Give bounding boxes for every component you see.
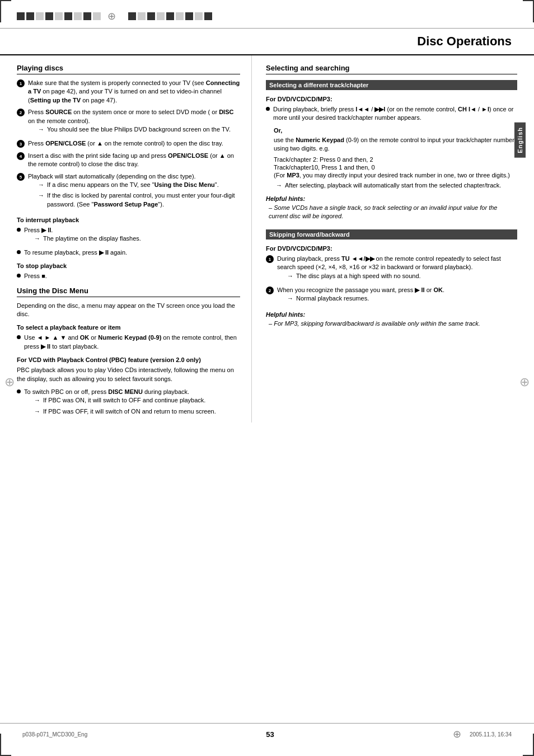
pattern-block [36,12,44,20]
list-item: 1 During playback, press TU ◄◄/▶▶ on the… [266,255,517,283]
pattern-block [45,12,53,20]
bullet-content: During playback, briefly press I◄◄ / ▶▶I… [273,105,517,123]
content-area: Playing discs 1 Make sure that the syste… [0,55,534,422]
list-item: 2 Press SOURCE on the system once or mor… [17,108,240,136]
pattern-block [74,12,82,20]
list-item: 4 Insert a disc with the print side faci… [17,152,240,169]
example-3: (For MP3, you may directly input your de… [274,172,517,179]
pbc-list: To switch PBC on or off, press DISC MENU… [17,388,240,418]
page-title: Disc Operations [417,34,512,48]
item-content: When you recognize the passage you want,… [277,286,517,306]
corner-decoration-tl [0,0,11,22]
item-content: During playback, press TU ◄◄/▶▶ on the r… [277,255,517,283]
item-number: 4 [17,152,25,160]
list-item: 1 Make sure that the system is properly … [17,79,240,105]
arrow-symbol: → [38,125,44,134]
hint-text: – For MP3, skipping forward/backward is … [269,320,517,328]
stop-playback-section: To stop playback Press ■. [17,262,240,280]
skipping-bar: Skipping forward/backward [266,229,517,240]
bold-text: ▶▶I [374,106,385,112]
disc-menu-heading: Using the Disc Menu [17,287,240,297]
bold-text: ▲ [97,140,103,147]
bullet-circle [266,107,270,111]
bold-text: MP3 [287,172,299,179]
list-item: 5 Playback will start automatically (dep… [17,172,240,212]
or-content: use the Numeric Keypad (0-9) on the remo… [274,136,517,153]
different-track-list: During playback, briefly press I◄◄ / ▶▶I… [266,105,517,123]
bold-text: ◄ ► ▲ ▼ [37,334,67,341]
bold-text: ►I [481,106,489,112]
arrow-text: The disc plays at a high speed with no s… [296,272,421,280]
bullet-circle [17,228,21,232]
bullet-content: Press ■. [24,272,240,280]
right-column: English Selecting and searching Selectin… [263,55,517,422]
arrow-item: → The playtime on the display flashes. [34,234,240,243]
list-item: Press ▶ II. → The playtime on the displa… [17,226,240,246]
bold-text: CH I◄ [458,106,476,112]
arrow-symbol: → [34,396,40,405]
arrow-item: → You should see the blue Philips DVD ba… [38,125,240,134]
bold-text: I◄◄ [355,106,369,112]
item-content: Insert a disc with the print side facing… [28,152,240,169]
bold-text: Numeric Keypad (0-9) [98,334,161,341]
hint-title: Helpful hints: [266,311,517,318]
pattern-block [185,12,193,20]
pattern-block [83,12,91,20]
bullet-content: Use ◄ ► ▲ ▼ and OK or Numeric Keypad (0-… [24,334,240,351]
arrow-text: If PBC was OFF, it will switch of ON and… [43,407,216,416]
header-pattern-right [128,12,212,20]
bold-text: TU ◄◄/▶▶ [341,255,374,262]
footer-right-area: ⊕ 2005.11.3, 16:34 [453,728,512,740]
arrow-symbol: → [38,191,44,209]
item-number: 2 [266,287,274,294]
pattern-block [17,12,25,20]
bold-text: OK [80,334,90,341]
bullet-circle [17,389,21,393]
disc-menu-section: Using the Disc Menu Depending on the dis… [17,287,240,419]
arrow-text: If a disc menu appears on the TV, see "U… [47,181,219,189]
bold-text: OPEN/CLOSE [45,140,86,147]
pattern-block [176,12,184,20]
hint-title: Helpful hints: [266,195,517,202]
skipping-list: 1 During playback, press TU ◄◄/▶▶ on the… [266,255,517,306]
playing-discs-heading: Playing discs [17,64,240,74]
bullet-content: To resume playback, press ▶ II again. [24,248,240,257]
arrow-symbol: → [34,407,40,416]
crosshair-left: ⊕ [4,375,15,389]
select-feature-heading: To select a playback feature or item [17,324,240,331]
pattern-block [147,12,155,20]
stop-playback-heading: To stop playback [17,262,240,269]
bold-text: OPEN/CLOSE [168,152,208,159]
dvd-vcd-cd-mp3-heading-2: For DVD/VCD/CD/MP3: [266,245,517,252]
page-title-bar: Disc Operations [0,31,534,55]
english-tab: English [514,123,526,158]
item-number: 3 [17,140,25,148]
or-text: Or, [274,127,517,134]
bold-text: Setting up the TV [30,97,81,104]
bullet-circle [17,250,21,254]
list-item: To switch PBC on or off, press DISC MENU… [17,388,240,418]
bold-text: ▶ II [41,343,50,350]
pattern-block [128,12,136,20]
arrow-item: → Normal playback resumes. [287,294,517,303]
arrow-text: If the disc is locked by parental contro… [47,191,240,209]
bold-text: Using the Disc Menu [154,181,215,188]
bullet-content: To switch PBC on or off, press DISC MENU… [24,388,240,418]
helpful-hints-1: Helpful hints: – Some VCDs have a single… [266,195,517,221]
pattern-block [138,12,146,20]
pattern-block [93,12,101,20]
list-item: To resume playback, press ▶ II again. [17,248,240,257]
bold-text: ▶ II [99,249,109,256]
item-number: 2 [17,109,25,116]
bold-text: ▶ II [415,287,424,293]
arrow-symbol: → [287,272,293,280]
disc-menu-intro: Depending on the disc, a menu may appear… [17,302,240,319]
bold-text: OK [434,287,443,293]
crosshair-footer: ⊕ [453,728,461,740]
item-content: Make sure that the system is properly co… [28,79,240,105]
bold-text: Connecting a TV [28,79,240,95]
arrow-item: → After selecting, playback will automat… [276,181,517,190]
arrow-item: → If PBC was ON, it will switch to OFF a… [34,396,240,405]
arrow-symbol: → [287,294,293,303]
example-2: Track/chapter10, Press 1 and then, 0 [274,164,517,171]
